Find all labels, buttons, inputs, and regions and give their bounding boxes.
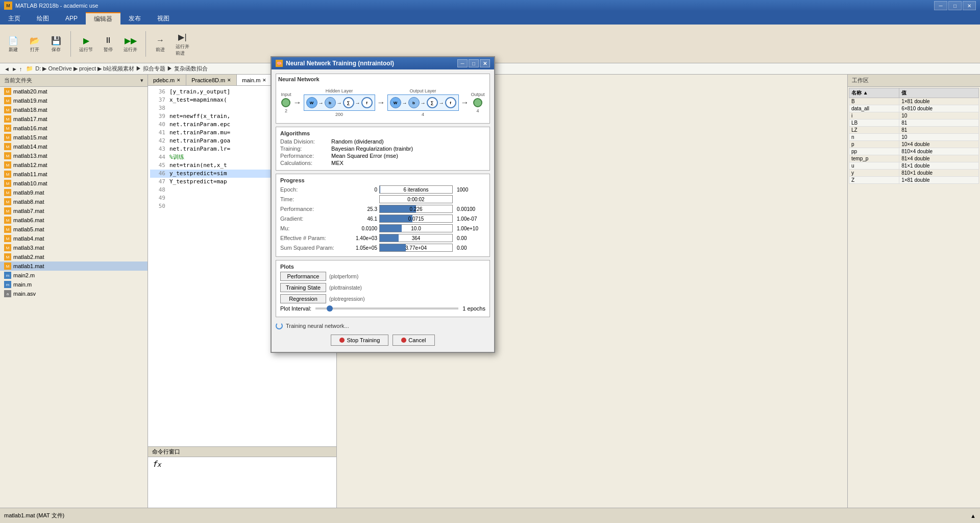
mat-icon: M xyxy=(4,125,11,132)
training-state-plot-button[interactable]: Training State xyxy=(280,283,326,292)
file-item[interactable]: Mmatlab10.mat xyxy=(0,179,148,188)
tab-publish[interactable]: 发布 xyxy=(120,12,149,25)
performance-row: Performance: 25.3 0.226 0.00100 xyxy=(280,205,485,213)
nav-up-icon[interactable]: ↑ xyxy=(19,66,22,72)
slider-thumb[interactable] xyxy=(327,305,333,312)
training-state-plot-fn: (plottrainstate) xyxy=(329,285,362,291)
close-tab-icon[interactable]: ✕ xyxy=(177,78,181,83)
time-bar: 0:00:02 xyxy=(379,195,453,203)
run-icon: ▶ xyxy=(80,34,92,46)
tab-practice8d[interactable]: Practice8D.m ✕ xyxy=(186,75,237,85)
tab-editor[interactable]: 编辑器 xyxy=(86,12,120,25)
plots-section: Plots Performance (plotperform) Training… xyxy=(276,260,490,317)
value-column-header[interactable]: 值 xyxy=(899,88,979,98)
tab-home[interactable]: 主页 xyxy=(0,12,29,25)
forward-button[interactable]: → 前进 xyxy=(151,33,169,54)
stop-icon xyxy=(339,338,345,343)
asv-icon: a xyxy=(4,290,11,297)
workspace-row[interactable]: LZ81 xyxy=(849,127,979,134)
dialog-title: Neural Network Training (nntraintool) xyxy=(286,60,394,67)
cancel-button[interactable]: Cancel xyxy=(393,335,434,346)
workspace-row-data-all[interactable]: data_all6×810 double xyxy=(849,105,979,112)
plot-interval-slider[interactable] xyxy=(315,307,458,310)
command-content[interactable]: fx xyxy=(148,457,336,471)
mat-icon: M xyxy=(4,134,11,141)
workspace-label: 工作区 xyxy=(852,77,869,84)
file-item[interactable]: Mmatlab5.mat xyxy=(0,225,148,234)
performance-plot-button[interactable]: Performance xyxy=(280,272,326,281)
workspace-content: 名称 ▲ 值 B1×81 double data_all6×810 double… xyxy=(848,87,980,185)
file-item[interactable]: Mmatlab18.mat xyxy=(0,105,148,114)
open-button[interactable]: 📂 打开 xyxy=(26,33,44,54)
file-item[interactable]: Mmatlab11.mat xyxy=(0,170,148,179)
close-button[interactable]: ✕ xyxy=(963,1,976,10)
file-item[interactable]: Mmatlab13.mat xyxy=(0,151,148,160)
expand-icon[interactable]: ▲ xyxy=(970,513,976,519)
file-item[interactable]: Mmatlab15.mat xyxy=(0,133,148,142)
neural-network-label: Neural Network xyxy=(278,76,487,82)
performance-bar: 0.226 xyxy=(379,205,453,213)
file-item[interactable]: Mmatlab14.mat xyxy=(0,142,148,151)
nav-forward-icon[interactable]: ► xyxy=(12,66,17,72)
tab-app[interactable]: APP xyxy=(57,12,86,25)
file-item[interactable]: Mmatlab7.mat xyxy=(0,206,148,216)
mat-icon: M xyxy=(4,207,11,215)
tab-plot[interactable]: 绘图 xyxy=(29,12,57,25)
file-item[interactable]: Mmatlab6.mat xyxy=(0,216,148,225)
name-column-header[interactable]: 名称 ▲ xyxy=(849,88,899,98)
workspace-row[interactable]: n10 xyxy=(849,134,979,141)
dialog-minimize-button[interactable]: ─ xyxy=(457,59,468,67)
minimize-button[interactable]: ─ xyxy=(934,1,947,10)
training-status-text: Training neural network... xyxy=(286,323,349,329)
run-all-button[interactable]: ▶▶ 运行并 xyxy=(120,33,140,54)
mat-icon: M xyxy=(4,180,11,187)
file-item[interactable]: Mmatlab9.mat xyxy=(0,188,148,197)
tab-pdebc[interactable]: pdebc.m ✕ xyxy=(148,75,186,85)
file-item[interactable]: Mmatlab3.mat xyxy=(0,243,148,252)
hidden-layer-block: Hidden Layer W → b → ∑ → f 200 xyxy=(304,88,375,117)
left-panel: 当前文件夹 ▾ Mmatlab20.mat Mmatlab19.mat Mmat… xyxy=(0,75,148,508)
file-item[interactable]: Mmatlab17.mat xyxy=(0,114,148,124)
file-item[interactable]: Mmatlab19.mat xyxy=(0,96,148,105)
tab-main[interactable]: main.m ✕ xyxy=(237,75,272,85)
file-item[interactable]: Mmatlab12.mat xyxy=(0,160,148,170)
mat-icon: M xyxy=(4,106,11,113)
file-item[interactable]: Mmatlab8.mat xyxy=(0,197,148,206)
output-layer-box: W → b → ∑ → f xyxy=(387,94,459,111)
file-item-main[interactable]: mmain.m xyxy=(0,280,148,289)
file-item[interactable]: Mmatlab4.mat xyxy=(0,234,148,243)
regression-plot-button[interactable]: Regression xyxy=(280,294,326,303)
workspace-row[interactable]: i10 xyxy=(849,112,979,120)
stop-training-button[interactable]: Stop Training xyxy=(331,335,388,346)
file-item[interactable]: Mmatlab2.mat xyxy=(0,252,148,262)
dialog-maximize-button[interactable]: □ xyxy=(469,59,479,67)
command-window: 命令行窗口 fx xyxy=(148,446,337,508)
workspace-row[interactable]: Z1×81 double xyxy=(849,177,979,184)
workspace-row[interactable]: p10×4 double xyxy=(849,141,979,148)
workspace-row[interactable]: y810×1 double xyxy=(849,170,979,177)
workspace-row[interactable]: pp810×4 double xyxy=(849,148,979,155)
nav-back-icon[interactable]: ◄ xyxy=(4,66,10,72)
workspace-row[interactable]: B1×81 double xyxy=(849,98,979,105)
file-item-matlab1[interactable]: Mmatlab1.mat xyxy=(0,262,148,271)
dialog-close-button[interactable]: ✕ xyxy=(480,59,490,67)
close-tab-icon[interactable]: ✕ xyxy=(262,78,266,83)
run-section-button[interactable]: ▶| 运行并前进 xyxy=(173,30,192,58)
workspace-row[interactable]: LB81 xyxy=(849,120,979,127)
tab-view[interactable]: 视图 xyxy=(149,12,178,25)
save-button[interactable]: 💾 保存 xyxy=(47,33,65,54)
mat-icon: M xyxy=(4,143,11,150)
separator-2 xyxy=(145,31,146,57)
file-item-mainasv[interactable]: amain.asv xyxy=(0,289,148,298)
workspace-row[interactable]: u81×1 double xyxy=(849,162,979,170)
new-button[interactable]: 📄 新建 xyxy=(4,33,22,54)
workspace-row[interactable]: temp_p81×4 double xyxy=(849,155,979,162)
folder-collapse-icon[interactable]: ▾ xyxy=(140,77,143,84)
file-item-main2[interactable]: mmain2.m xyxy=(0,271,148,280)
close-tab-icon[interactable]: ✕ xyxy=(227,78,231,83)
file-item[interactable]: Mmatlab16.mat xyxy=(0,124,148,133)
file-item[interactable]: Mmatlab20.mat xyxy=(0,87,148,96)
maximize-button[interactable]: □ xyxy=(948,1,962,10)
step-button[interactable]: ⏸ 暂停 xyxy=(99,33,117,54)
run-button[interactable]: ▶ 运行节 xyxy=(76,33,96,54)
